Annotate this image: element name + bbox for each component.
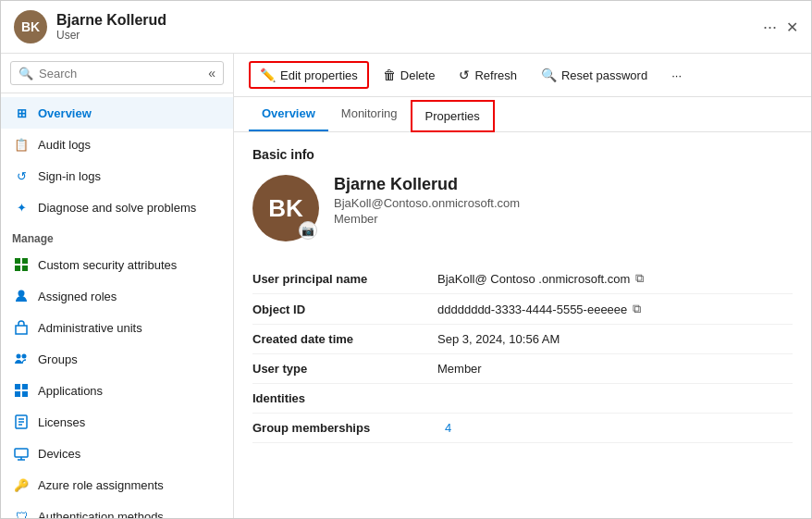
overview-content: Basic info BK 📷 Bjarne Kollerud BjaKoll@… bbox=[234, 132, 811, 458]
table-row: Created date time Sep 3, 2024, 10:56 AM bbox=[252, 325, 793, 354]
admin-units-icon bbox=[12, 318, 31, 337]
tab-properties[interactable]: Properties bbox=[411, 100, 495, 132]
svg-rect-2 bbox=[15, 266, 20, 271]
reset-password-label: Reset password bbox=[561, 68, 647, 82]
close-button[interactable]: ✕ bbox=[786, 19, 798, 36]
svg-rect-10 bbox=[15, 391, 20, 397]
reset-password-button[interactable]: 🔍 Reset password bbox=[531, 62, 658, 88]
prop-label: User type bbox=[252, 362, 437, 376]
sidebar-item-licenses[interactable]: Licenses bbox=[1, 406, 233, 438]
table-row: Identities bbox=[252, 384, 793, 414]
header-role: User bbox=[56, 29, 754, 42]
svg-rect-9 bbox=[22, 384, 28, 389]
svg-rect-0 bbox=[15, 258, 20, 264]
sidebar-item-label: Azure role assignments bbox=[38, 478, 164, 492]
user-name: Bjarne Kollerud bbox=[334, 175, 520, 194]
sidebar-item-label: Overview bbox=[38, 106, 92, 120]
group-memberships-link[interactable]: 4 bbox=[445, 421, 451, 435]
refresh-button[interactable]: ↺ Refresh bbox=[449, 62, 527, 88]
sidebar-item-label: Applications bbox=[38, 384, 103, 398]
prop-value: dddddddd-3333-4444-5555-eeeeee ⧉ bbox=[437, 302, 793, 316]
copy-icon[interactable]: ⧉ bbox=[633, 302, 641, 316]
header-avatar-initials: BK bbox=[21, 19, 40, 34]
collapse-button[interactable]: « bbox=[208, 66, 215, 80]
header: BK Bjarne Kollerud User ··· ✕ bbox=[1, 1, 811, 54]
header-avatar: BK bbox=[14, 10, 47, 43]
main-layout: 🔍 « ⊞ Overview 📋 Audit logs ↺ Sign-in l bbox=[1, 54, 811, 518]
edit-icon: ✏️ bbox=[260, 68, 276, 82]
sidebar-item-label: Assigned roles bbox=[38, 290, 117, 303]
sidebar-search-container: 🔍 « bbox=[1, 54, 233, 93]
svg-rect-5 bbox=[16, 326, 27, 334]
sidebar-item-label: Licenses bbox=[38, 415, 85, 429]
sign-in-logs-icon: ↺ bbox=[12, 167, 31, 185]
licenses-icon bbox=[12, 413, 31, 431]
search-box: 🔍 « bbox=[10, 61, 224, 85]
overview-icon: ⊞ bbox=[12, 104, 31, 122]
sidebar-item-applications[interactable]: Applications bbox=[1, 375, 233, 406]
tab-overview[interactable]: Overview bbox=[249, 97, 328, 131]
prop-label: User principal name bbox=[252, 272, 437, 286]
svg-point-7 bbox=[22, 354, 27, 359]
sidebar-item-overview[interactable]: ⊞ Overview bbox=[1, 97, 233, 129]
table-row: Object ID dddddddd-3333-4444-5555-eeeeee… bbox=[252, 294, 793, 325]
svg-rect-11 bbox=[22, 391, 28, 397]
prop-value: BjaKoll@ Contoso .onmicrosoft.com ⧉ bbox=[437, 271, 793, 286]
sidebar-item-label: Administrative units bbox=[38, 321, 142, 335]
svg-rect-16 bbox=[15, 449, 28, 457]
header-title: Bjarne Kollerud User bbox=[56, 12, 754, 42]
sidebar-item-devices[interactable]: Devices bbox=[1, 438, 233, 469]
prop-value: Member bbox=[437, 362, 793, 376]
more-actions-button[interactable]: ··· bbox=[661, 63, 692, 88]
properties-table: User principal name BjaKoll@ Contoso .on… bbox=[252, 264, 793, 443]
svg-rect-1 bbox=[22, 258, 28, 264]
auth-methods-icon: 🛡 bbox=[12, 507, 31, 518]
user-avatar: BK 📷 bbox=[252, 175, 319, 241]
copy-icon[interactable]: ⧉ bbox=[635, 271, 644, 286]
sidebar-item-admin-units[interactable]: Administrative units bbox=[1, 312, 233, 343]
edit-properties-button[interactable]: ✏️ Edit properties bbox=[249, 61, 369, 89]
diagnose-icon: ✦ bbox=[12, 198, 31, 216]
sidebar-item-label: Groups bbox=[38, 352, 78, 366]
sidebar: 🔍 « ⊞ Overview 📋 Audit logs ↺ Sign-in l bbox=[1, 54, 234, 518]
sidebar-item-custom-security[interactable]: Custom security attributes bbox=[1, 249, 233, 280]
avatar-initials: BK bbox=[268, 194, 303, 223]
camera-icon[interactable]: 📷 bbox=[299, 221, 317, 240]
sidebar-item-audit-logs[interactable]: 📋 Audit logs bbox=[1, 129, 233, 160]
custom-security-icon bbox=[12, 255, 31, 274]
svg-rect-3 bbox=[22, 266, 28, 271]
prop-label: Object ID bbox=[252, 303, 437, 316]
header-name: Bjarne Kollerud bbox=[56, 12, 754, 29]
prop-value: 4 bbox=[437, 421, 793, 435]
sidebar-nav: ⊞ Overview 📋 Audit logs ↺ Sign-in logs ✦… bbox=[1, 93, 233, 518]
manage-section-label: Manage bbox=[1, 223, 233, 249]
sidebar-item-diagnose[interactable]: ✦ Diagnose and solve problems bbox=[1, 192, 233, 223]
refresh-label: Refresh bbox=[474, 68, 517, 82]
search-icon: 🔍 bbox=[18, 67, 33, 80]
sidebar-item-groups[interactable]: Groups bbox=[1, 343, 233, 375]
sidebar-item-auth-methods[interactable]: 🛡 Authentication methods bbox=[1, 500, 233, 518]
sidebar-item-label: Authentication methods bbox=[38, 510, 164, 519]
tab-monitoring[interactable]: Monitoring bbox=[328, 97, 411, 131]
reset-password-icon: 🔍 bbox=[541, 68, 557, 82]
sidebar-item-label: Custom security attributes bbox=[38, 258, 177, 272]
sidebar-item-sign-in-logs[interactable]: ↺ Sign-in logs bbox=[1, 160, 233, 192]
applications-icon bbox=[12, 381, 31, 400]
refresh-icon: ↺ bbox=[459, 68, 470, 82]
tabs-container: Overview Monitoring Properties bbox=[234, 97, 811, 132]
content-area: ✏️ Edit properties 🗑 Delete ↺ Refresh 🔍 … bbox=[234, 54, 811, 518]
sidebar-item-assigned-roles[interactable]: Assigned roles bbox=[1, 280, 233, 312]
sidebar-item-azure-roles[interactable]: 🔑 Azure role assignments bbox=[1, 469, 233, 500]
app-container: BK Bjarne Kollerud User ··· ✕ 🔍 « ⊞ O bbox=[1, 1, 811, 518]
delete-icon: 🗑 bbox=[383, 68, 396, 82]
user-card: BK 📷 Bjarne Kollerud BjaKoll@Contoso.onm… bbox=[252, 175, 793, 241]
table-row: Group memberships 4 bbox=[252, 414, 793, 443]
delete-button[interactable]: 🗑 Delete bbox=[373, 62, 446, 88]
header-more-button[interactable]: ··· bbox=[763, 18, 777, 37]
table-row: User principal name BjaKoll@ Contoso .on… bbox=[252, 264, 793, 294]
prop-label: Created date time bbox=[252, 332, 437, 346]
search-input[interactable] bbox=[39, 67, 203, 80]
devices-icon bbox=[12, 444, 31, 463]
svg-point-4 bbox=[18, 290, 25, 297]
sidebar-item-label: Audit logs bbox=[38, 138, 91, 152]
